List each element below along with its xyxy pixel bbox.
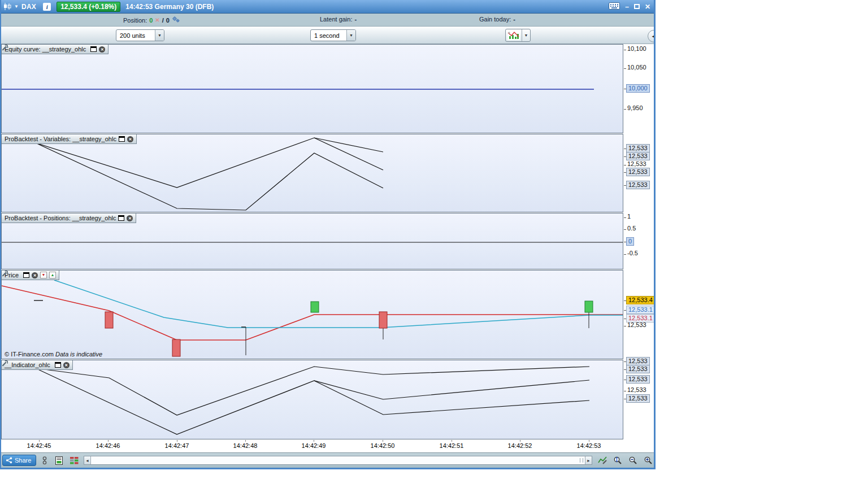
scroll-left-button[interactable]: ◄ [84, 456, 91, 464]
indicator-chart[interactable] [2, 360, 623, 439]
time-axis-tick [39, 440, 40, 442]
indicator-axis-label: 12,533 [626, 365, 650, 373]
info-icon[interactable]: i [43, 3, 51, 11]
close-panel-icon[interactable]: ✕ [99, 46, 105, 53]
price-axis-strip[interactable]: 10,10010,05010,0009,95012,53312,53312,53… [624, 44, 654, 452]
time-axis-tick [383, 440, 383, 442]
variables-axis-label: 12,533 [626, 144, 650, 152]
price-axis-label: 12,533.4 [626, 296, 655, 304]
panel-probacktest-positions: ProBacktest - Positions: __strategy_ohlc… [1, 213, 623, 269]
detach-window-icon[interactable] [90, 46, 97, 52]
equity-axis-label: 9,950 [627, 104, 643, 113]
timeframe-value: 1 second [311, 32, 346, 39]
units-select[interactable]: 200 units ▼ [116, 29, 164, 41]
detach-window-icon[interactable] [23, 272, 29, 278]
time-axis-label: 14:42:49 [302, 442, 326, 449]
position-slash: / [162, 17, 164, 24]
window-right-edge [654, 0, 656, 469]
candlestick-instrument-icon [3, 3, 12, 10]
time-axis-tick [589, 440, 589, 442]
close-panel-icon[interactable]: ✕ [32, 272, 38, 278]
share-icon [6, 457, 12, 464]
latent-gain-value: - [355, 16, 357, 23]
indicator-axis-label: 12,533 [627, 386, 646, 395]
market-depth-icon[interactable] [69, 455, 79, 465]
detach-window-icon[interactable] [55, 362, 61, 368]
horizontal-scrollbar[interactable]: ◄ ► [84, 456, 592, 465]
chart-type-button[interactable]: ▼ [505, 29, 531, 42]
indicator-axis-label: 12,533 [626, 394, 650, 403]
scrollbar-thumb[interactable] [91, 456, 585, 464]
price-chart[interactable] [2, 271, 623, 359]
latent-gain-label: Latent gain: [320, 16, 353, 23]
chain-link-icon[interactable] [40, 455, 50, 465]
variables-panel-title: ProBacktest - Variables: __strategy_ohlc [5, 136, 116, 142]
time-axis-tick [314, 440, 314, 442]
scrollbar-grip[interactable] [580, 458, 583, 463]
variables-axis-tick [624, 165, 626, 165]
time-axis-label: 14:42:47 [165, 442, 189, 449]
timeframe-caret-icon[interactable]: ▼ [346, 30, 355, 41]
units-value: 200 units [116, 32, 155, 39]
variables-axis-label: 12,533 [626, 152, 650, 160]
share-button[interactable]: Share [2, 455, 36, 466]
time-axis[interactable]: 14:42:4514:42:4614:42:4714:42:4814:42:49… [1, 440, 623, 452]
sell-arrow-icon[interactable]: ▼ [40, 272, 47, 278]
timeframe-select[interactable]: 1 second ▼ [310, 29, 356, 41]
time-axis-tick [520, 440, 520, 442]
keyboard-icon[interactable] [609, 2, 620, 11]
zoom-out-icon[interactable] [628, 455, 638, 465]
share-label: Share [15, 457, 31, 464]
close-window-button[interactable]: ✕ [645, 3, 650, 11]
equity-axis-tick [624, 109, 626, 110]
detach-window-icon[interactable] [118, 215, 124, 221]
time-axis-tick [177, 440, 177, 442]
fit-vertical-zoom-icon[interactable] [613, 455, 623, 465]
variables-panel-header: ProBacktest - Variables: __strategy_ohlc… [2, 134, 137, 144]
close-position-icon[interactable]: ✕ [155, 17, 159, 23]
positions-axis-tick [624, 229, 626, 230]
indicator-panel-title: __Indicator_ohlc [5, 361, 50, 368]
close-panel-icon[interactable]: ✕ [127, 136, 133, 142]
instrument-dropdown-icon[interactable]: ▼ [14, 4, 19, 9]
position-label: Position: [123, 17, 147, 24]
time-axis-label: 14:42:48 [233, 442, 258, 449]
price-axis-label: 12,533 [627, 321, 646, 330]
news-report-icon[interactable] [54, 455, 64, 465]
positions-panel-title: ProBacktest - Positions: __strategy_ohlc [5, 215, 116, 221]
panel-equity-curve: Equity curve: __strategy_ohlc ✕ [1, 44, 623, 133]
symbol-label[interactable]: DAX [21, 3, 36, 11]
chart-edit-icon[interactable] [597, 455, 607, 465]
time-axis-label: 14:42:46 [96, 442, 120, 449]
bottom-toolbar: Share ◄ ► [0, 452, 654, 468]
close-panel-icon[interactable]: ✕ [127, 215, 133, 221]
price-badge: 12,533.4 (+0.18%) [57, 2, 120, 12]
gain-today-label: Gain today: [479, 16, 511, 23]
status-bar: Position: 0 ✕ / 0 Latent gain: - Gain to… [0, 14, 654, 27]
orders-gear-icon[interactable] [172, 16, 180, 24]
zoom-in-icon[interactable] [643, 455, 653, 465]
time-axis-tick [452, 440, 452, 442]
equity-axis-tick [624, 50, 626, 50]
trading-platform-window: ▼ DAX i 12,533.4 (+0.18%) 14:42:53 Germa… [0, 0, 656, 469]
variables-axis-label: 12,533 [626, 168, 650, 176]
chart-type-caret-icon[interactable]: ▼ [522, 29, 530, 41]
equity-axis-label: 10,100 [627, 45, 646, 54]
positions-axis-label: 0 [626, 237, 634, 246]
positions-panel-header: ProBacktest - Positions: __strategy_ohlc… [2, 213, 136, 223]
variables-chart[interactable] [2, 134, 623, 212]
close-panel-icon[interactable]: ✕ [63, 362, 70, 368]
positions-axis-label: -0.5 [627, 250, 638, 258]
units-caret-icon[interactable]: ▼ [155, 30, 164, 41]
minimize-button[interactable]: – [625, 3, 629, 11]
positions-axis-tick [624, 217, 626, 218]
position-open-count: 0 [149, 17, 153, 24]
detach-window-icon[interactable] [119, 136, 125, 142]
buy-arrow-icon[interactable]: ▲ [49, 272, 56, 278]
equity-chart[interactable] [2, 45, 623, 133]
time-axis-label: 14:42:51 [440, 442, 464, 449]
maximize-button[interactable] [634, 4, 640, 9]
time-axis-label: 14:42:50 [371, 442, 395, 449]
panel-price: Price ✕ ▼ ▲ © IT-Finance.com Data is ind… [1, 270, 623, 359]
scroll-right-button[interactable]: ► [585, 456, 592, 464]
